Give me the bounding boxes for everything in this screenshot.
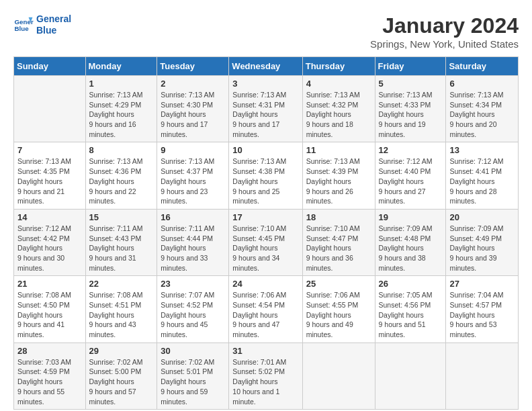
- day-number: 9: [161, 145, 225, 155]
- day-number: 8: [89, 145, 154, 155]
- calendar-cell: 27 Sunrise: 7:04 AM Sunset: 4:57 PM Dayl…: [446, 276, 519, 342]
- calendar-cell: 31 Sunrise: 7:01 AM Sunset: 5:02 PM Dayl…: [229, 342, 302, 409]
- day-number: 13: [449, 145, 515, 155]
- day-number: 15: [89, 212, 154, 222]
- day-number: 2: [161, 79, 225, 89]
- calendar-cell: [375, 342, 446, 409]
- day-number: 14: [17, 212, 82, 222]
- calendar-cell: 14 Sunrise: 7:12 AM Sunset: 4:42 PM Dayl…: [14, 209, 86, 275]
- calendar-cell: 25 Sunrise: 7:06 AM Sunset: 4:55 PM Dayl…: [302, 276, 375, 342]
- day-number: 3: [232, 79, 298, 89]
- day-number: 22: [89, 279, 154, 289]
- day-number: 6: [449, 79, 515, 89]
- header-wednesday: Wednesday: [229, 57, 302, 76]
- title-area: January 2024 Springs, New York, United S…: [370, 13, 519, 50]
- day-number: 20: [449, 212, 515, 222]
- day-number: 24: [232, 279, 298, 289]
- calendar-cell: 4 Sunrise: 7:13 AM Sunset: 4:32 PM Dayli…: [302, 76, 375, 142]
- day-number: 17: [232, 212, 298, 222]
- day-number: 25: [306, 279, 371, 289]
- calendar-cell: 17 Sunrise: 7:10 AM Sunset: 4:45 PM Dayl…: [229, 209, 302, 275]
- calendar-cell: 22 Sunrise: 7:08 AM Sunset: 4:51 PM Dayl…: [85, 276, 157, 342]
- day-number: 31: [232, 346, 298, 356]
- day-info: Sunrise: 7:07 AM Sunset: 4:52 PM Dayligh…: [161, 290, 225, 339]
- day-info: Sunrise: 7:12 AM Sunset: 4:41 PM Dayligh…: [449, 156, 515, 205]
- calendar-subtitle: Springs, New York, United States: [370, 38, 519, 50]
- calendar-cell: 6 Sunrise: 7:13 AM Sunset: 4:34 PM Dayli…: [446, 76, 519, 142]
- header-monday: Monday: [85, 57, 157, 76]
- calendar-cell: 19 Sunrise: 7:09 AM Sunset: 4:48 PM Dayl…: [375, 209, 446, 275]
- calendar-cell: [446, 342, 519, 409]
- day-number: 4: [306, 79, 371, 89]
- week-row-1: 1 Sunrise: 7:13 AM Sunset: 4:29 PM Dayli…: [14, 76, 519, 142]
- day-info: Sunrise: 7:08 AM Sunset: 4:50 PM Dayligh…: [17, 290, 82, 339]
- day-number: 30: [161, 346, 225, 356]
- header-tuesday: Tuesday: [157, 57, 229, 76]
- calendar-table: Sunday Monday Tuesday Wednesday Thursday…: [13, 56, 519, 410]
- day-number: 10: [232, 145, 298, 155]
- day-info: Sunrise: 7:06 AM Sunset: 4:54 PM Dayligh…: [232, 290, 298, 339]
- svg-text:Blue: Blue: [15, 25, 30, 32]
- week-row-4: 21 Sunrise: 7:08 AM Sunset: 4:50 PM Dayl…: [14, 276, 519, 342]
- day-info: Sunrise: 7:10 AM Sunset: 4:45 PM Dayligh…: [232, 224, 298, 273]
- header: General Blue General Blue January 2024 S…: [13, 13, 519, 50]
- calendar-cell: 16 Sunrise: 7:11 AM Sunset: 4:44 PM Dayl…: [157, 209, 229, 275]
- day-number: 1: [89, 79, 154, 89]
- calendar-cell: 23 Sunrise: 7:07 AM Sunset: 4:52 PM Dayl…: [157, 276, 229, 342]
- day-info: Sunrise: 7:12 AM Sunset: 4:40 PM Dayligh…: [379, 156, 443, 205]
- calendar-cell: 15 Sunrise: 7:11 AM Sunset: 4:43 PM Dayl…: [85, 209, 157, 275]
- day-number: 16: [161, 212, 225, 222]
- week-row-3: 14 Sunrise: 7:12 AM Sunset: 4:42 PM Dayl…: [14, 209, 519, 275]
- day-number: 28: [17, 346, 82, 356]
- day-info: Sunrise: 7:05 AM Sunset: 4:56 PM Dayligh…: [379, 290, 443, 339]
- logo-icon: General Blue: [13, 15, 34, 35]
- header-thursday: Thursday: [302, 57, 375, 76]
- logo: General Blue General Blue: [13, 13, 71, 36]
- header-saturday: Saturday: [446, 57, 519, 76]
- calendar-cell: 2 Sunrise: 7:13 AM Sunset: 4:30 PM Dayli…: [157, 76, 229, 142]
- logo-blue: Blue: [36, 25, 71, 36]
- day-info: Sunrise: 7:06 AM Sunset: 4:55 PM Dayligh…: [306, 290, 371, 339]
- day-info: Sunrise: 7:08 AM Sunset: 4:51 PM Dayligh…: [89, 290, 154, 339]
- day-info: Sunrise: 7:13 AM Sunset: 4:31 PM Dayligh…: [232, 90, 298, 139]
- day-number: 11: [306, 145, 371, 155]
- day-info: Sunrise: 7:13 AM Sunset: 4:37 PM Dayligh…: [161, 156, 225, 205]
- calendar-cell: [302, 342, 375, 409]
- day-info: Sunrise: 7:10 AM Sunset: 4:47 PM Dayligh…: [306, 224, 371, 273]
- calendar-cell: 13 Sunrise: 7:12 AM Sunset: 4:41 PM Dayl…: [446, 142, 519, 209]
- day-number: 27: [449, 279, 515, 289]
- calendar-cell: 9 Sunrise: 7:13 AM Sunset: 4:37 PM Dayli…: [157, 142, 229, 209]
- calendar-cell: 26 Sunrise: 7:05 AM Sunset: 4:56 PM Dayl…: [375, 276, 446, 342]
- day-info: Sunrise: 7:13 AM Sunset: 4:39 PM Dayligh…: [306, 156, 371, 205]
- header-sunday: Sunday: [14, 57, 86, 76]
- calendar-cell: 3 Sunrise: 7:13 AM Sunset: 4:31 PM Dayli…: [229, 76, 302, 142]
- day-number: 12: [379, 145, 443, 155]
- logo-general: General: [36, 13, 71, 25]
- day-number: 7: [17, 145, 82, 155]
- calendar-cell: 18 Sunrise: 7:10 AM Sunset: 4:47 PM Dayl…: [302, 209, 375, 275]
- day-number: 5: [379, 79, 443, 89]
- day-number: 18: [306, 212, 371, 222]
- calendar-cell: 7 Sunrise: 7:13 AM Sunset: 4:35 PM Dayli…: [14, 142, 86, 209]
- calendar-cell: 12 Sunrise: 7:12 AM Sunset: 4:40 PM Dayl…: [375, 142, 446, 209]
- header-friday: Friday: [375, 57, 446, 76]
- calendar-header-row: Sunday Monday Tuesday Wednesday Thursday…: [14, 57, 519, 76]
- day-info: Sunrise: 7:04 AM Sunset: 4:57 PM Dayligh…: [449, 290, 515, 339]
- day-info: Sunrise: 7:02 AM Sunset: 5:01 PM Dayligh…: [161, 357, 225, 406]
- calendar-cell: 5 Sunrise: 7:13 AM Sunset: 4:33 PM Dayli…: [375, 76, 446, 142]
- day-info: Sunrise: 7:13 AM Sunset: 4:32 PM Dayligh…: [306, 90, 371, 139]
- day-info: Sunrise: 7:13 AM Sunset: 4:30 PM Dayligh…: [161, 90, 225, 139]
- day-info: Sunrise: 7:11 AM Sunset: 4:44 PM Dayligh…: [161, 224, 225, 273]
- calendar-cell: 29 Sunrise: 7:02 AM Sunset: 5:00 PM Dayl…: [85, 342, 157, 409]
- day-info: Sunrise: 7:13 AM Sunset: 4:38 PM Dayligh…: [232, 156, 298, 205]
- day-info: Sunrise: 7:11 AM Sunset: 4:43 PM Dayligh…: [89, 224, 154, 273]
- day-info: Sunrise: 7:13 AM Sunset: 4:29 PM Dayligh…: [89, 90, 154, 139]
- week-row-2: 7 Sunrise: 7:13 AM Sunset: 4:35 PM Dayli…: [14, 142, 519, 209]
- day-info: Sunrise: 7:02 AM Sunset: 5:00 PM Dayligh…: [89, 357, 154, 406]
- day-info: Sunrise: 7:13 AM Sunset: 4:35 PM Dayligh…: [17, 156, 82, 205]
- calendar-cell: 24 Sunrise: 7:06 AM Sunset: 4:54 PM Dayl…: [229, 276, 302, 342]
- calendar-cell: 11 Sunrise: 7:13 AM Sunset: 4:39 PM Dayl…: [302, 142, 375, 209]
- day-number: 21: [17, 279, 82, 289]
- calendar-title: January 2024: [370, 13, 519, 38]
- day-info: Sunrise: 7:09 AM Sunset: 4:49 PM Dayligh…: [449, 224, 515, 273]
